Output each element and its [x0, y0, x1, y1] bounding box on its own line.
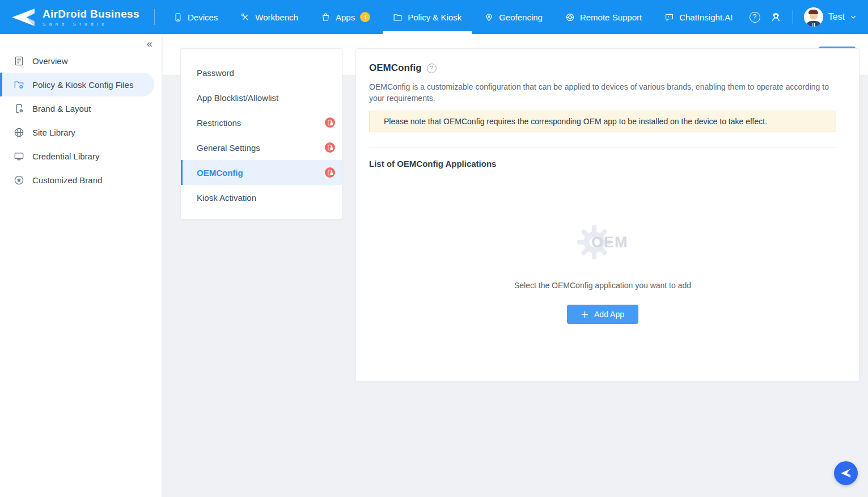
lifebuoy-icon — [565, 12, 575, 22]
brand-title: AirDroid Business — [43, 8, 139, 20]
sidebar-item-label: Policy & Kiosk Config Files — [32, 80, 133, 90]
chat-icon — [664, 12, 674, 22]
chevron-down-icon — [850, 14, 857, 20]
menu-item-label: Kiosk Activation — [197, 193, 335, 203]
oemconfig-list-heading: List of OEMConfig Applications — [369, 159, 836, 169]
tablet-gear-icon — [14, 103, 24, 114]
sidebar-item-policy-kiosk-config-files[interactable]: Policy & Kiosk Config Files — [0, 73, 154, 96]
airdroid-fab-button[interactable] — [834, 461, 858, 485]
user-divider — [793, 10, 793, 24]
oemconfig-title: OEMConfig — [369, 62, 422, 74]
nav-item-policy-kiosk[interactable]: Policy & Kiosk — [382, 0, 473, 34]
star-circle-icon — [14, 175, 24, 186]
brand-text: AirDroid Business Sand Studio — [43, 8, 139, 27]
menu-item-app-blocklist-allowlist[interactable]: App Blocklist/Allowlist — [181, 85, 342, 110]
nav-item-devices[interactable]: Devices — [162, 0, 229, 34]
nav-item-label: Apps — [336, 12, 355, 22]
sidebar-item-label: Credential Library — [32, 151, 99, 161]
sidebar-item-credential-library[interactable]: Credential Library — [0, 144, 162, 168]
locked-device-badge-icon — [325, 167, 335, 178]
devices-icon — [173, 12, 183, 22]
nav-divider — [154, 9, 155, 25]
content-area: Create Android Config File Cancel Next P… — [163, 34, 868, 497]
sidebar-item-label: Site Library — [32, 128, 75, 137]
menu-item-label: OEMConfig — [197, 168, 325, 178]
folder-gear-icon — [14, 79, 24, 90]
locked-device-badge-icon — [325, 142, 335, 153]
empty-state: OEM Select the OEMConfig application you… — [369, 169, 836, 324]
sidebar-item-site-library[interactable]: Site Library — [0, 120, 162, 144]
sidebar-item-label: Overview — [32, 56, 68, 66]
menu-item-label: App Blocklist/Allowlist — [197, 93, 335, 103]
sidebar-item-overview[interactable]: Overview — [0, 49, 162, 73]
help-icon[interactable]: ? — [750, 12, 760, 23]
nav-item-label: Devices — [188, 12, 218, 22]
nav-item-workbench[interactable]: Workbench — [229, 0, 310, 34]
menu-item-kiosk-activation[interactable]: Kiosk Activation — [181, 185, 342, 210]
settings-menu-card: Password App Blocklist/Allowlist Restric… — [180, 48, 342, 220]
nav-item-label: ChatInsight.AI — [679, 12, 732, 22]
airdroid-plane-icon — [10, 8, 36, 27]
empty-state-hint: Select the OEMConfig application you wan… — [369, 281, 836, 290]
locked-device-badge-icon — [325, 117, 335, 128]
user-menu[interactable]: Test — [804, 7, 857, 27]
sidebar-collapse-icon[interactable]: « — [146, 37, 153, 50]
nav-right-cluster: ? Test — [750, 7, 868, 27]
workbench-icon — [240, 12, 250, 22]
oem-icon-label: OEM — [591, 234, 628, 251]
oemconfig-description: OEMConfig is a customizable configuratio… — [369, 81, 835, 104]
map-pin-icon — [484, 12, 494, 22]
menu-item-label: General Settings — [197, 143, 325, 153]
oem-gear-icon: OEM — [577, 224, 629, 260]
nav-item-remote-support[interactable]: Remote Support — [554, 0, 653, 34]
oem-app-notice: Please note that OEMConfig requires the … — [369, 111, 836, 132]
sidebar-item-brand-layout[interactable]: Brand & Layout — [0, 96, 162, 120]
nav-item-geofencing[interactable]: Geofencing — [473, 0, 554, 34]
menu-item-password[interactable]: Password — [181, 60, 342, 85]
menu-item-label: Password — [197, 68, 335, 78]
sidebar: « Overview Policy & Kiosk Config Files B — [0, 34, 162, 497]
airdroid-plane-icon — [840, 467, 852, 479]
section-divider — [369, 147, 836, 148]
nav-item-chatinsight[interactable]: ChatInsight.AI — [653, 0, 744, 34]
top-navigation: AirDroid Business Sand Studio Devices Wo… — [0, 0, 868, 34]
brand-logo[interactable]: AirDroid Business Sand Studio — [0, 8, 154, 27]
menu-item-restrictions[interactable]: Restrictions — [181, 110, 342, 135]
plus-icon — [581, 311, 588, 318]
sidebar-item-label: Customized Brand — [32, 175, 102, 185]
nav-item-label: Geofencing — [499, 12, 543, 22]
nav-item-label: Policy & Kiosk — [408, 12, 461, 22]
nav-item-label: Remote Support — [580, 12, 642, 22]
oemconfig-panel: OEMConfig ? OEMConfig is a customizable … — [355, 48, 859, 382]
add-app-button[interactable]: Add App — [567, 305, 638, 324]
add-app-label: Add App — [594, 310, 624, 319]
folder-icon — [393, 12, 403, 22]
avatar — [804, 7, 823, 27]
globe-icon — [14, 127, 24, 138]
sidebar-list: Overview Policy & Kiosk Config Files Bra… — [0, 49, 162, 192]
document-icon — [14, 56, 24, 66]
menu-item-oemconfig[interactable]: OEMConfig — [181, 160, 342, 185]
apps-bag-icon — [321, 12, 331, 22]
brand-subtitle: Sand Studio — [43, 22, 139, 27]
sidebar-item-customized-brand[interactable]: Customized Brand — [0, 168, 162, 192]
nav-item-apps[interactable]: Apps ↑ — [310, 0, 382, 34]
menu-item-general-settings[interactable]: General Settings — [181, 135, 342, 160]
nav-items: Devices Workbench Apps ↑ Policy & Kiosk — [162, 0, 744, 34]
nav-item-label: Workbench — [255, 12, 298, 22]
sidebar-item-label: Brand & Layout — [32, 104, 91, 113]
oemconfig-help-icon[interactable]: ? — [427, 64, 437, 73]
monitor-icon — [14, 151, 24, 162]
user-name: Test — [828, 12, 845, 22]
support-agent-icon[interactable] — [770, 11, 782, 23]
apps-update-badge-icon[interactable]: ↑ — [360, 12, 370, 22]
menu-item-label: Restrictions — [197, 118, 325, 128]
